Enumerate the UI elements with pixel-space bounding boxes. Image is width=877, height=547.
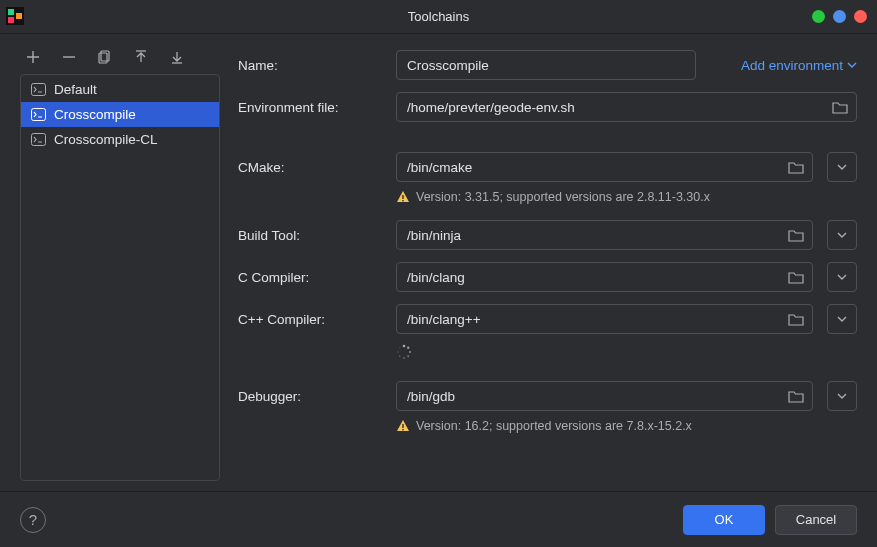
terminal-icon (31, 133, 46, 146)
minimize-button[interactable] (812, 10, 825, 23)
app-icon (6, 7, 24, 25)
env-file-field[interactable] (397, 93, 824, 121)
folder-icon[interactable] (780, 153, 812, 181)
loading-row (238, 344, 857, 363)
cpp-compiler-dropdown-button[interactable] (827, 304, 857, 334)
svg-point-16 (399, 355, 401, 357)
cmake-dropdown-button[interactable] (827, 152, 857, 182)
debugger-warning: Version: 16.2; supported versions are 7.… (238, 419, 857, 433)
chevron-down-icon (847, 58, 857, 73)
svg-rect-20 (402, 429, 403, 430)
add-icon[interactable] (26, 50, 40, 64)
svg-rect-19 (402, 424, 403, 428)
spinner-icon (396, 344, 412, 360)
maximize-button[interactable] (833, 10, 846, 23)
cpp-compiler-label: C++ Compiler: (238, 312, 386, 327)
cmake-label: CMake: (238, 160, 386, 175)
folder-icon[interactable] (780, 305, 812, 333)
terminal-icon (31, 108, 46, 121)
cpp-compiler-field[interactable] (397, 305, 780, 333)
svg-rect-3 (16, 13, 22, 19)
svg-point-13 (409, 351, 411, 353)
folder-icon[interactable] (824, 93, 856, 121)
sidebar-item-label: Default (54, 82, 97, 97)
move-down-icon[interactable] (170, 50, 184, 64)
sidebar-toolbar (20, 48, 220, 74)
build-tool-dropdown-button[interactable] (827, 220, 857, 250)
svg-rect-6 (32, 84, 46, 96)
svg-point-11 (403, 345, 406, 348)
name-label: Name: (238, 58, 386, 73)
cmake-warning: Version: 3.31.5; supported versions are … (238, 190, 857, 204)
svg-point-14 (407, 355, 409, 357)
c-compiler-label: C Compiler: (238, 270, 386, 285)
svg-rect-8 (32, 134, 46, 146)
c-compiler-field[interactable] (397, 263, 780, 291)
svg-rect-2 (8, 17, 14, 23)
dialog-footer: ? OK Cancel (0, 491, 877, 547)
svg-point-17 (397, 351, 399, 353)
cmake-warning-text: Version: 3.31.5; supported versions are … (416, 190, 710, 204)
svg-point-15 (403, 357, 405, 359)
build-tool-field[interactable] (397, 221, 780, 249)
svg-rect-7 (32, 109, 46, 121)
svg-rect-10 (402, 200, 403, 201)
debugger-warning-text: Version: 16.2; supported versions are 7.… (416, 419, 692, 433)
folder-icon[interactable] (780, 263, 812, 291)
titlebar: Toolchains (0, 0, 877, 34)
toolchain-list: Default Crosscompile Crosscompile-CL (20, 74, 220, 481)
folder-icon[interactable] (780, 221, 812, 249)
sidebar-item-label: Crosscompile-CL (54, 132, 158, 147)
ok-button[interactable]: OK (683, 505, 765, 535)
toolchain-sidebar: Default Crosscompile Crosscompile-CL (20, 48, 220, 481)
add-environment-label: Add environment (741, 58, 843, 73)
close-button[interactable] (854, 10, 867, 23)
env-file-label: Environment file: (238, 100, 386, 115)
name-field[interactable] (397, 51, 695, 79)
debugger-field[interactable] (397, 382, 780, 410)
terminal-icon (31, 83, 46, 96)
debugger-label: Debugger: (238, 389, 386, 404)
svg-point-18 (399, 347, 401, 349)
cmake-field[interactable] (397, 153, 780, 181)
debugger-dropdown-button[interactable] (827, 381, 857, 411)
sidebar-item-crosscompile[interactable]: Crosscompile (21, 102, 219, 127)
svg-rect-1 (8, 9, 14, 15)
svg-point-12 (407, 347, 409, 349)
move-up-icon[interactable] (134, 50, 148, 64)
help-button[interactable]: ? (20, 507, 46, 533)
sidebar-item-crosscompile-cl[interactable]: Crosscompile-CL (21, 127, 219, 152)
remove-icon[interactable] (62, 50, 76, 64)
copy-icon[interactable] (98, 50, 112, 64)
warning-icon (396, 190, 410, 204)
toolchain-form: Name: Add environment Environment file: (238, 48, 857, 481)
folder-icon[interactable] (780, 382, 812, 410)
build-tool-label: Build Tool: (238, 228, 386, 243)
sidebar-item-label: Crosscompile (54, 107, 136, 122)
warning-icon (396, 419, 410, 433)
window-title: Toolchains (0, 9, 877, 24)
cancel-button[interactable]: Cancel (775, 505, 857, 535)
svg-rect-9 (402, 195, 403, 199)
window-controls (812, 10, 867, 23)
add-environment-link[interactable]: Add environment (741, 58, 857, 73)
sidebar-item-default[interactable]: Default (21, 77, 219, 102)
c-compiler-dropdown-button[interactable] (827, 262, 857, 292)
